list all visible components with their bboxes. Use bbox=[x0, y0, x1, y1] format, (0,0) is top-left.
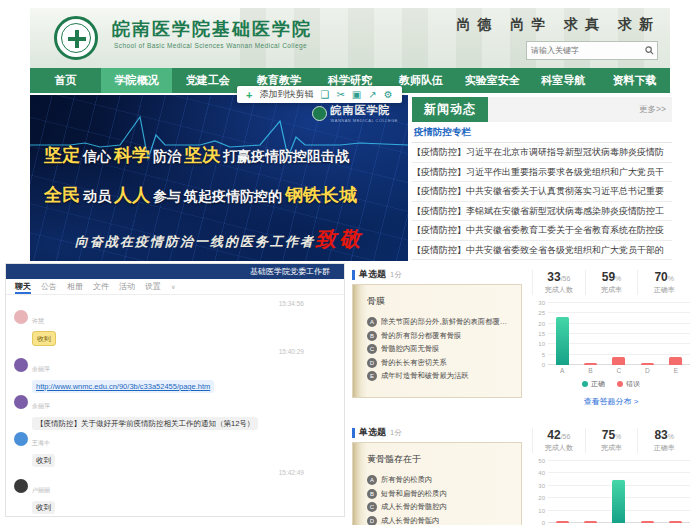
message-bubble[interactable]: 收到 bbox=[32, 501, 55, 514]
news-item[interactable]: 【疫情防控】李锦斌在安徽省新型冠状病毒感染肺炎疫情防控工 bbox=[412, 202, 672, 222]
banner-logo-subtitle: WANNAN MEDICAL COLLEGE bbox=[331, 118, 398, 123]
x-tick-label: C bbox=[616, 367, 621, 374]
nav-item-label: 科室导航 bbox=[541, 73, 585, 88]
y-tick-label: 10 bbox=[532, 341, 545, 347]
avatar[interactable] bbox=[14, 432, 28, 446]
x-tick-label: B bbox=[588, 367, 592, 374]
clip-toolbar-label[interactable]: 添加到快剪辑 bbox=[259, 88, 313, 101]
bar-D[interactable] bbox=[641, 363, 654, 365]
avatar[interactable] bbox=[14, 358, 28, 372]
bar-E[interactable] bbox=[669, 357, 682, 365]
plus-icon[interactable]: + bbox=[246, 89, 252, 101]
chat-message: 彭倩 收到 bbox=[14, 515, 336, 517]
message-bubble[interactable]: 收到 bbox=[32, 454, 55, 467]
scissors-icon[interactable]: ✂ bbox=[336, 90, 344, 100]
legend-entry: 正确 bbox=[582, 379, 605, 389]
share-icon[interactable]: ↗ bbox=[368, 90, 376, 100]
nav-item[interactable]: 实验室安全 bbox=[457, 68, 528, 93]
nav-item[interactable]: 首页 bbox=[30, 68, 101, 93]
chat-tab[interactable]: 聊天 bbox=[15, 280, 31, 294]
stat-block: 83% 正确率 bbox=[637, 428, 690, 453]
banner-slogan-line2: 全民动员人人参与筑起疫情防控的钢铁长城 bbox=[44, 183, 360, 207]
chat-tab[interactable]: 文件 bbox=[93, 280, 109, 294]
chat-tab[interactable]: 活动 bbox=[119, 280, 135, 294]
option-letter-badge: D bbox=[367, 358, 377, 368]
question-option[interactable]: B 短骨和扁骨的松质内 bbox=[367, 489, 513, 499]
y-tick-label: 40 bbox=[532, 470, 545, 476]
image-icon[interactable]: ▣ bbox=[352, 90, 361, 100]
y-tick-label: 20 bbox=[532, 321, 545, 327]
avatar[interactable] bbox=[14, 395, 28, 409]
news-item[interactable]: 【疫情防控】中共安徽省委教育工委关于全省教育系统在防控疫 bbox=[412, 221, 672, 241]
news-more-link[interactable]: 更多>> bbox=[639, 104, 672, 116]
chat-timestamp: 15:34:56 bbox=[14, 299, 336, 308]
option-letter-badge: B bbox=[367, 331, 377, 341]
question-option[interactable]: A 所有骨的松质内 bbox=[367, 475, 513, 485]
question-option[interactable]: C 成人长骨的骨髓腔内 bbox=[367, 502, 513, 512]
clip-toolbar-icons: ❑✂▣↗⚙ bbox=[320, 90, 392, 100]
sender-name: 余丽萍 bbox=[32, 366, 50, 372]
news-item[interactable]: 【疫情防控】学校召开疫情防控工作再动员、再部署、再调度 bbox=[412, 260, 672, 262]
legend-dot-icon bbox=[617, 381, 623, 387]
nav-item[interactable]: 科室导航 bbox=[528, 68, 599, 93]
message-bubble[interactable]: 收到 bbox=[32, 331, 56, 346]
chat-tab[interactable]: 公告 bbox=[41, 280, 57, 294]
question-option[interactable]: D 成人长骨的骨骺内 bbox=[367, 516, 513, 525]
epidemic-banner[interactable]: 皖南医学院 WANNAN MEDICAL COLLEGE 坚定信心科学防治坚决打… bbox=[30, 95, 408, 261]
school-motto: 尚德 尚学 求真 求新 bbox=[456, 16, 660, 34]
stat-block: 33/56 完成人数 bbox=[532, 270, 585, 295]
bar-B[interactable] bbox=[584, 521, 597, 523]
gear-icon[interactable]: ⚙ bbox=[384, 90, 393, 100]
news-list: 【疫情防控】习近平在北京市调研指导新型冠状病毒肺炎疫情防【疫情防控】习近平作出重… bbox=[412, 143, 672, 262]
news-item[interactable]: 【疫情防控】中共安徽省委致全省各级党组织和广大党员干部的 bbox=[412, 241, 672, 261]
bar-A[interactable] bbox=[556, 521, 569, 523]
option-list: A 所有骨的松质内 B 短骨和扁骨的松质内 C 成人长骨的骨髓腔内 D 成人长骨… bbox=[367, 475, 513, 525]
question-option[interactable]: A 除关节面的部分外,新鲜骨的表面都覆有骨膜 bbox=[367, 317, 513, 327]
question-option[interactable]: D 骨的长长有密切关系 bbox=[367, 358, 513, 368]
quiz-1-stats: 33/56 完成人数 59% 完成率 70% 正确率 bbox=[532, 270, 690, 295]
avatar[interactable] bbox=[14, 479, 28, 493]
option-text: 短骨和扁骨的松质内 bbox=[381, 489, 447, 499]
search-box[interactable] bbox=[526, 41, 658, 60]
chat-window: 基础医学院党委工作群 聊天公告相册文件活动设置 ∨ 15:34:56 许慧 收到… bbox=[5, 263, 345, 517]
option-text: 骨的所有部分都覆有骨膜 bbox=[381, 331, 461, 341]
question-option[interactable]: C 骨髓腔内面无骨膜 bbox=[367, 344, 513, 354]
bar-D[interactable] bbox=[641, 521, 654, 523]
message-bubble[interactable]: http://www.wnmc.edu.cn/90/3b/c33a52455/p… bbox=[32, 380, 214, 393]
search-input[interactable] bbox=[527, 46, 641, 55]
chat-tab[interactable]: 设置 bbox=[145, 280, 161, 294]
question-type-label: 单选题 bbox=[359, 268, 386, 281]
question-option[interactable]: E 成年时造骨和破骨最为活跃 bbox=[367, 371, 513, 381]
y-tick-label: 20 bbox=[532, 495, 545, 501]
option-text: 骨的长长有密切关系 bbox=[381, 358, 447, 368]
bar-B[interactable] bbox=[584, 363, 597, 365]
chat-titlebar[interactable]: 基础医学院党委工作群 bbox=[6, 264, 344, 279]
chat-message-list[interactable]: 15:34:56 许慧 收到 15:40:29 余丽萍 http://www.w… bbox=[6, 295, 344, 517]
nav-item[interactable]: 学院概况 bbox=[101, 68, 172, 93]
bar-E[interactable] bbox=[669, 521, 682, 523]
bar-C[interactable] bbox=[612, 357, 625, 365]
view-distribution-link[interactable]: 查看答题分布 > bbox=[532, 396, 690, 407]
nav-item[interactable]: 党建工会 bbox=[172, 68, 243, 93]
y-tick-label: 30 bbox=[532, 300, 545, 306]
stat-block: 70% 正确率 bbox=[637, 270, 690, 295]
news-column-link[interactable]: 疫情防控专栏 bbox=[412, 122, 672, 143]
avatar[interactable] bbox=[14, 310, 28, 324]
news-item[interactable]: 【疫情防控】习近平在北京市调研指导新型冠状病毒肺炎疫情防 bbox=[412, 143, 672, 163]
phone-icon[interactable]: ❑ bbox=[320, 90, 329, 100]
bar-C[interactable] bbox=[612, 480, 625, 523]
question-option[interactable]: B 骨的所有部分都覆有骨膜 bbox=[367, 331, 513, 341]
question-text: 黄骨髓存在于 bbox=[367, 453, 513, 466]
nav-item[interactable]: 资料下载 bbox=[599, 68, 670, 93]
option-text: 成人长骨的骨骺内 bbox=[381, 516, 439, 525]
search-icon[interactable] bbox=[641, 42, 657, 59]
bar-A[interactable] bbox=[556, 317, 569, 365]
news-item[interactable]: 【疫情防控】习近平作出重要指示要求各级党组织和广大党员干 bbox=[412, 163, 672, 183]
avatar[interactable] bbox=[14, 516, 28, 517]
chat-group-title: 基础医学院党委工作群 bbox=[250, 267, 330, 276]
news-item[interactable]: 【疫情防控】中共安徽省委关于认真贯彻落实习近平总书记重要 bbox=[412, 182, 672, 202]
chevron-down-icon[interactable]: ∨ bbox=[171, 283, 175, 290]
chat-tab[interactable]: 相册 bbox=[67, 280, 83, 294]
nav-item-label: 学院概况 bbox=[115, 73, 159, 88]
message-bubble[interactable]: 【疫情防控】关于做好开学前疫情防控相关工作的通知（第12号） bbox=[32, 417, 258, 430]
